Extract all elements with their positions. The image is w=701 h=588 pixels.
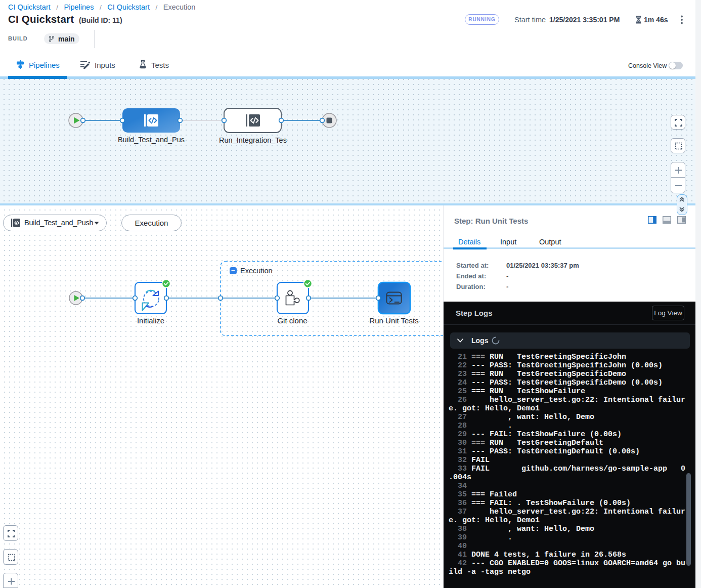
svg-text:Run_Integration_Tes: Run_Integration_Tes bbox=[219, 136, 287, 144]
svg-text:Initialize: Initialize bbox=[137, 316, 164, 325]
svg-text:Git clone: Git clone bbox=[277, 316, 307, 325]
svg-text:Run Unit Tests: Run Unit Tests bbox=[369, 316, 418, 325]
svg-text:Execution: Execution bbox=[240, 267, 273, 275]
svg-text:Build_Test_and_Pus: Build_Test_and_Pus bbox=[118, 136, 185, 144]
